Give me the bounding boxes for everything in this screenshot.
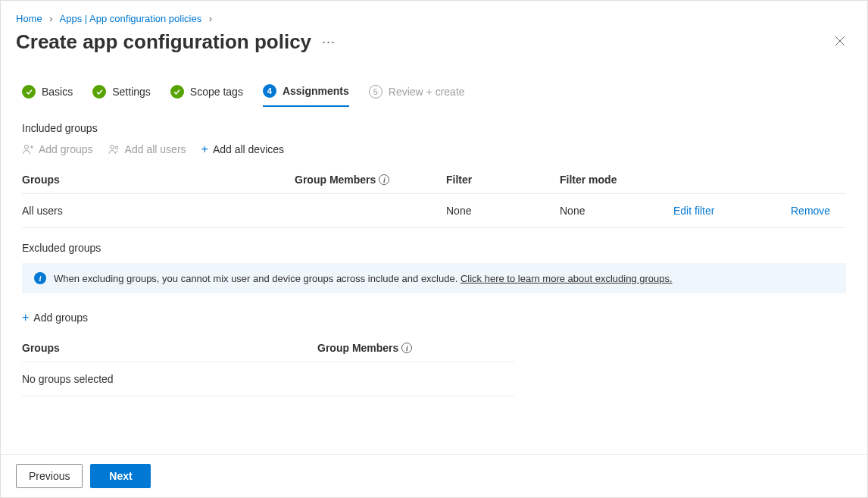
excluded-groups-heading: Excluded groups [22, 242, 846, 254]
next-button[interactable]: Next [90, 464, 151, 488]
tab-label: Scope tags [190, 86, 243, 98]
tab-basics[interactable]: Basics [22, 84, 73, 107]
banner-text: When excluding groups, you cannot mix us… [54, 273, 673, 284]
check-icon [170, 85, 184, 99]
content-area: Included groups Add groups Add all users… [1, 107, 867, 412]
cell-filter-mode: None [560, 203, 673, 218]
tab-settings[interactable]: Settings [92, 84, 151, 107]
included-groups-table: Groups Group Members i Filter Filter mod… [22, 166, 846, 228]
column-groups: Groups [22, 172, 295, 187]
column-filter: Filter [446, 172, 560, 187]
add-all-users-button[interactable]: Add all users [108, 143, 186, 155]
add-all-devices-button[interactable]: + Add all devices [201, 143, 285, 155]
tab-assignments[interactable]: 4 Assignments [263, 84, 349, 107]
add-groups-button[interactable]: Add groups [22, 143, 93, 155]
tab-label: Assignments [283, 85, 349, 97]
breadcrumb-home[interactable]: Home [16, 13, 42, 24]
edit-filter-link[interactable]: Edit filter [673, 205, 714, 217]
column-label: Group Members [295, 174, 376, 186]
info-icon[interactable]: i [379, 174, 389, 185]
action-label: Add groups [39, 143, 93, 155]
svg-point-0 [25, 146, 29, 149]
check-icon [22, 85, 36, 99]
close-icon [834, 35, 846, 47]
excluded-groups-table: Groups Group Members i No groups selecte… [22, 334, 514, 396]
empty-message: No groups selected [22, 371, 114, 387]
tab-label: Review + create [389, 86, 465, 98]
close-button[interactable] [834, 35, 846, 49]
table-header: Groups Group Members i Filter Filter mod… [22, 166, 846, 194]
cell-filter: None [446, 203, 560, 218]
column-members: Group Members i [295, 172, 446, 187]
remove-link[interactable]: Remove [791, 205, 830, 217]
column-spacer [791, 172, 851, 187]
action-label: Add groups [33, 312, 88, 324]
cell-group-name: All users [22, 203, 295, 218]
person-add-icon [22, 143, 34, 155]
wizard-tabs: Basics Settings Scope tags 4 Assignments… [1, 66, 867, 107]
svg-point-2 [115, 146, 118, 149]
cell-members [295, 209, 446, 212]
previous-button[interactable]: Previous [16, 464, 83, 488]
tab-scope-tags[interactable]: Scope tags [170, 84, 243, 107]
check-icon [92, 85, 106, 99]
svg-point-1 [110, 146, 114, 149]
step-number-icon: 5 [369, 85, 382, 99]
info-icon[interactable]: i [401, 343, 412, 353]
breadcrumb-apps[interactable]: Apps | App configuration policies [60, 13, 202, 24]
breadcrumb: Home › Apps | App configuration policies… [1, 1, 867, 30]
action-label: Add all devices [213, 143, 284, 155]
wizard-footer: Previous Next [1, 454, 867, 497]
column-groups: Groups [22, 340, 317, 355]
info-banner: i When excluding groups, you cannot mix … [22, 263, 846, 293]
column-label: Group Members [317, 342, 398, 354]
tab-label: Basics [42, 86, 73, 98]
column-filter-mode: Filter mode [560, 172, 673, 187]
add-groups-button[interactable]: + Add groups [22, 312, 88, 324]
tab-label: Settings [112, 86, 151, 98]
table-row: All users None None Edit filter Remove [22, 194, 846, 228]
page-title: Create app configuration policy [16, 30, 311, 54]
plus-icon: + [22, 312, 29, 324]
action-label: Add all users [125, 143, 186, 155]
page-header: Create app configuration policy ··· [1, 30, 867, 66]
banner-message: When excluding groups, you cannot mix us… [54, 273, 461, 284]
info-icon: i [34, 272, 46, 284]
column-spacer [673, 172, 791, 187]
chevron-right-icon: › [209, 13, 212, 24]
table-empty-row: No groups selected [22, 362, 514, 396]
included-groups-heading: Included groups [22, 122, 846, 134]
people-icon [108, 143, 120, 155]
plus-icon: + [201, 143, 208, 155]
tab-review-create: 5 Review + create [369, 84, 465, 107]
excluded-actions: + Add groups [22, 312, 846, 324]
more-actions-button[interactable]: ··· [322, 34, 336, 50]
column-members: Group Members i [317, 340, 514, 355]
banner-learn-more-link[interactable]: Click here to learn more about excluding… [461, 273, 673, 284]
step-number-icon: 4 [263, 84, 276, 98]
included-actions: Add groups Add all users + Add all devic… [22, 143, 846, 155]
chevron-right-icon: › [49, 13, 52, 24]
table-header: Groups Group Members i [22, 334, 514, 362]
